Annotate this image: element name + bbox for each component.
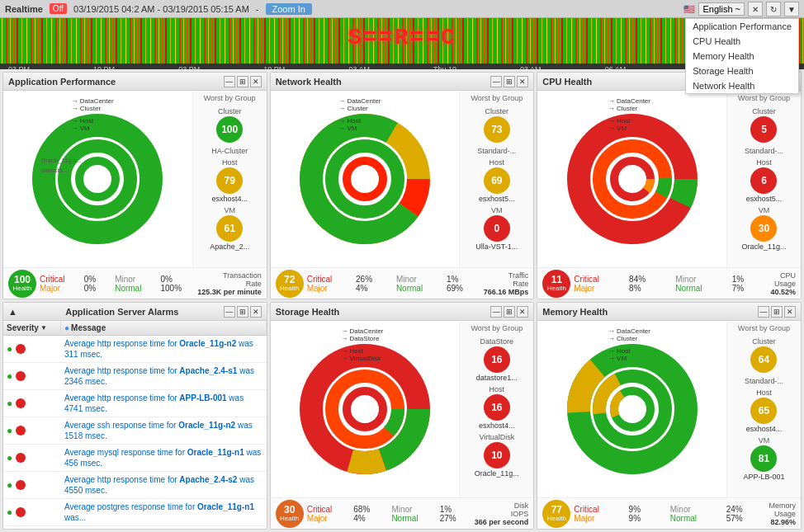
critical-icon-7 xyxy=(16,507,26,517)
critical-icon-2 xyxy=(16,371,26,381)
worst-by-group-app: Worst by Group Cluster 100 HA-Cluster Ho… xyxy=(192,91,267,267)
storage-health-title: Storage Health xyxy=(276,307,340,317)
alarm-msg-1[interactable]: Average http response time for Oracle_11… xyxy=(61,336,267,362)
dropdown-item-cpu[interactable]: CPU Health xyxy=(686,34,798,49)
dropdown-item-app[interactable]: Application Performance xyxy=(686,19,798,34)
storage-stats-grid: Critical68% Minor1% Major4% Normal27% xyxy=(307,505,471,523)
settings-icon[interactable]: ✕ xyxy=(748,2,763,16)
critical-icon-6 xyxy=(16,480,26,490)
close-btn-storage[interactable]: ✕ xyxy=(517,306,528,318)
worst-by-group-memory: Worst by Group Cluster 64 Standard-... H… xyxy=(726,321,801,497)
cpu-stats-grid: Critical84% Minor1% Major8% Normal7% xyxy=(574,275,767,293)
alarm-msg-5[interactable]: Average mysql response time for Oracle_1… xyxy=(61,445,267,471)
memory-content: 77 → DataCenter → Cluster → Host → VM Wo… xyxy=(537,321,801,497)
stats-grid: Critical0% Minor0% Major0% Normal100% xyxy=(40,275,194,293)
donut-chart: 100 Oracle_11g-n... datrost5... xyxy=(31,113,163,245)
alarm-severity-6: ● xyxy=(3,472,61,498)
close-btn-memory[interactable]: ✕ xyxy=(784,306,796,318)
dropdown-item-network[interactable]: Network Health xyxy=(686,78,798,93)
health-circle: 100 Health xyxy=(8,270,36,298)
minimize-btn-alarms[interactable]: — xyxy=(224,306,235,318)
critical-icon-1 xyxy=(16,344,26,354)
storage-chart: 30 → DataCenter → DataStore → Host → Vir… xyxy=(271,321,460,497)
minimize-btn-net[interactable]: — xyxy=(490,76,502,87)
net-health-circle: 72 Health xyxy=(276,270,304,298)
expand-btn[interactable]: ⊞ xyxy=(237,76,248,87)
svg-text:77: 77 xyxy=(626,403,637,415)
alarm-msg-7[interactable]: Average postgres response time for Oracl… xyxy=(61,499,267,525)
wbg-vm-cpu: 30 xyxy=(750,215,777,242)
alarm-msg-6[interactable]: Average http response time for Apache_2.… xyxy=(61,472,267,498)
green-dot-5: ● xyxy=(7,452,12,464)
memory-stats: 77 Health Critical9% Minor24% Major9% No… xyxy=(537,497,801,529)
network-donut: 72 xyxy=(299,113,431,245)
cpu-legend: → DataCenter → Cluster → Host → VM xyxy=(608,97,650,132)
memory-health-circle: 77 Health xyxy=(542,500,570,528)
svg-text:Oracle_11g-n...: Oracle_11g-n... xyxy=(41,158,81,164)
memory-legend: → DataCenter → Cluster → Host → VM xyxy=(608,327,650,362)
alarm-msg-3[interactable]: Average http response time for APP-LB-00… xyxy=(61,390,267,417)
dropdown-item-memory[interactable]: Memory Health xyxy=(686,49,798,64)
memory-health-panel: Memory Health — ⊞ ✕ 77 → DataCen xyxy=(537,302,802,530)
cpu-chart: 11 → DataCenter → Cluster → Host → VM xyxy=(537,91,726,267)
network-chart: 72 → DataCenter → Cluster → Host → VM xyxy=(271,91,460,267)
alarm-row: ● Average http response time for Apache_… xyxy=(3,472,267,499)
alarm-msg-2[interactable]: Average http response time for Apache_2.… xyxy=(61,363,267,389)
wbg-host-memory: 65 xyxy=(750,398,777,424)
top-right-controls: 🇺🇸 English ~ ✕ ↻ ▼ Application Performan… xyxy=(683,2,799,16)
app-performance-title: Application Performance xyxy=(8,77,116,87)
cpu-stats: 11 Health Critical84% Minor1% Major8% No… xyxy=(537,267,801,299)
net-stats-grid: Critical26% Minor1% Major4% Normal69% xyxy=(307,275,480,293)
severity-col-header[interactable]: Severity ▼ xyxy=(3,321,61,335)
svg-text:30: 30 xyxy=(359,403,371,415)
green-dot-1: ● xyxy=(7,343,12,355)
top-bar: Realtime Off 03/19/2015 04:2 AM - 03/19/… xyxy=(0,0,804,18)
storage-donut: 30 xyxy=(299,343,431,475)
expand-btn-alarms[interactable]: ⊞ xyxy=(237,306,248,318)
storage-legend: → DataCenter → DataStore → Host → Virtua… xyxy=(341,327,383,362)
cpu-health-panel: CPU Health — ⊞ ✕ 11 → DataCenter xyxy=(537,72,802,299)
legend: → DataCenter → Cluster → Host → VM xyxy=(72,97,114,132)
close-btn-alarms[interactable]: ✕ xyxy=(250,306,262,318)
refresh-icon[interactable]: ↻ xyxy=(766,2,781,16)
menu-icon[interactable]: ▼ xyxy=(784,2,799,16)
alarms-table: Severity ▼ ● Message ● Average http resp… xyxy=(3,321,267,529)
wbg-badge-vm: 61 xyxy=(216,215,243,242)
alarm-severity-5: ● xyxy=(3,445,61,471)
dropdown-item-storage[interactable]: Storage Health xyxy=(686,64,798,78)
net-legend: → DataCenter → Cluster → Host → VM xyxy=(338,97,381,132)
time-range: 03/19/2015 04:2 AM - 03/19/2015 05:15 AM xyxy=(73,4,249,14)
off-badge[interactable]: Off xyxy=(50,3,67,14)
wbg-vm-net: 0 xyxy=(484,215,510,242)
expand-btn-net[interactable]: ⊞ xyxy=(504,76,515,87)
panel-controls: — ⊞ ✕ xyxy=(224,76,262,87)
close-btn-net[interactable]: ✕ xyxy=(517,76,528,87)
zoom-button[interactable]: Zoom In xyxy=(266,3,312,15)
language-button[interactable]: English ~ xyxy=(698,2,745,16)
alarm-msg-4[interactable]: Average ssh response time for Oracle_11g… xyxy=(61,417,267,444)
minimize-btn-storage[interactable]: — xyxy=(490,306,502,318)
expand-btn-storage[interactable]: ⊞ xyxy=(504,306,515,318)
expand-btn-memory[interactable]: ⊞ xyxy=(771,306,783,318)
memory-chart: 77 → DataCenter → Cluster → Host → VM xyxy=(537,321,726,497)
panel-controls-alarms: — ⊞ ✕ xyxy=(224,306,262,318)
wbg-vm-memory: 81 xyxy=(750,445,777,472)
storage-metric: Disk IOPS 366 per second xyxy=(475,501,529,526)
main-grid: Application Performance — ⊞ ✕ 100 Oracle… xyxy=(0,69,804,532)
minimize-btn-memory[interactable]: — xyxy=(758,306,769,318)
wbg-badge-host: 79 xyxy=(216,167,243,194)
heatmap-container: S==R==C 03 PM 10 PM 03 PM 10 PM 03 AM Th… xyxy=(0,18,804,69)
worst-by-group-storage: Worst by Group DataStore 16 datastore1..… xyxy=(459,321,533,497)
cpu-content: 11 → DataCenter → Cluster → Host → VM Wo… xyxy=(537,91,801,267)
alarms-triangle: ▲ xyxy=(8,307,17,317)
health-number: 100 xyxy=(14,275,31,285)
worst-by-group-net: Worst by Group Cluster 73 Standard-... H… xyxy=(459,91,533,267)
minimize-btn[interactable]: — xyxy=(224,76,235,87)
green-dot-6: ● xyxy=(7,479,12,491)
storage-health-panel: Storage Health — ⊞ ✕ 30 → DataCe xyxy=(270,302,535,530)
green-dot-7: ● xyxy=(7,506,12,518)
close-btn[interactable]: ✕ xyxy=(250,76,262,87)
critical-icon-3 xyxy=(16,398,26,408)
alarm-row: ● Average postgres response time for Ora… xyxy=(3,499,267,526)
app-performance-content: 100 Oracle_11g-n... datrost5... → DataCe… xyxy=(3,91,267,267)
